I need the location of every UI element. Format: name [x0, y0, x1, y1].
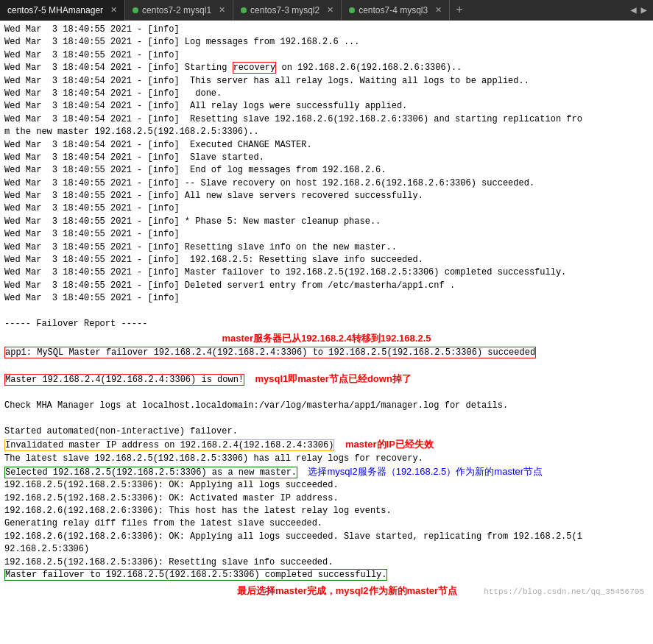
- final-line: Master failover to 192.168.2.5(192.168.2…: [5, 570, 386, 580]
- log-line-19: Wed Mar 3 18:40:55 2021 - [info] Master …: [4, 267, 566, 277]
- detail-line-1: 192.168.2.5(192.168.2.5:3306): OK: Apply…: [4, 480, 339, 490]
- tab-mhamanager[interactable]: centos7-5 MHAmanager ✕: [0, 0, 125, 21]
- tab-mysql1-label: centos7-2 mysql1: [142, 5, 211, 15]
- selected-highlight: Selected 192.168.2.5(192.168.2.5:3306) a…: [4, 467, 297, 478]
- tab-mysql1-close[interactable]: ✕: [219, 5, 225, 15]
- master-down-line: Master 192.168.2.4(192.168.2.4:3306) is …: [5, 375, 244, 385]
- annotation2: mysql1即master节点已经down掉了: [255, 373, 411, 384]
- tab-mysql1[interactable]: centos7-2 mysql1 ✕: [125, 0, 233, 21]
- detail-line-3: 192.168.2.6(192.168.2.6:3306): This host…: [4, 506, 392, 516]
- log-line-5: Wed Mar 3 18:40:54 2021 - [info] This se…: [4, 76, 529, 86]
- tab-mysql3-close[interactable]: ✕: [435, 5, 442, 15]
- log-line-17: Wed Mar 3 18:40:55 2021 - [info] Resetti…: [4, 242, 397, 252]
- log-line-18: Wed Mar 3 18:40:55 2021 - [info] 192.168…: [4, 255, 423, 265]
- app1-line-highlight: app1: MySQL Master failover 192.168.2.4(…: [4, 347, 536, 358]
- tab-mysql2-label: centos7-3 mysql2: [250, 5, 320, 15]
- log-line-3: Wed Mar 3 18:40:55 2021 - [info]: [4, 50, 180, 60]
- tab-mysql3[interactable]: centos7-4 mysql3 ✕: [342, 0, 450, 21]
- watermark: https://blog.csdn.net/qq_35456705: [484, 587, 644, 596]
- annotation3: master的IP已经失效: [345, 439, 434, 450]
- terminal-content-2: app1: MySQL Master failover 192.168.2.4(…: [4, 347, 649, 581]
- log-line-13: Wed Mar 3 18:40:55 2021 - [info] All new…: [4, 191, 423, 201]
- invalidated-line: Invalidated master IP address on 192.168…: [5, 440, 333, 450]
- tab-nav: ◀ ▶: [624, 4, 653, 16]
- annotation4: 选择mysql2服务器（192.168.2.5）作为新的master节点: [308, 466, 543, 477]
- log-line-10: Wed Mar 3 18:40:54 2021 - [info] Slave s…: [4, 152, 264, 163]
- tab-bar: centos7-5 MHAmanager ✕ centos7-2 mysql1 …: [0, 0, 653, 21]
- log-line-7: Wed Mar 3 18:40:54 2021 - [info] All rel…: [4, 101, 407, 111]
- recovery-highlight: recovery: [233, 62, 277, 74]
- log-line-16: Wed Mar 3 18:40:55 2021 - [info]: [4, 229, 180, 239]
- detail-line-6: 192.168.2.5(192.168.2.5:3306): Resetting…: [4, 557, 333, 567]
- tab-mysql2[interactable]: centos7-3 mysql2 ✕: [233, 0, 342, 21]
- log-line-1: Wed Mar 3 18:40:55 2021 - [info]: [4, 24, 180, 35]
- selected-line: Selected 192.168.2.5(192.168.2.5:3306) a…: [5, 467, 297, 478]
- log-line-6: Wed Mar 3 18:40:54 2021 - [info] done.: [4, 88, 222, 99]
- annotation5-container: 最后选择master完成，mysql2作为新的master节点 https://…: [4, 584, 644, 598]
- tab-mhamanager-close[interactable]: ✕: [110, 5, 117, 15]
- log-line-15: Wed Mar 3 18:40:55 2021 - [info] * Phase…: [4, 216, 381, 227]
- separator: ----- Failover Report -----: [4, 319, 147, 329]
- tab-mysql2-close[interactable]: ✕: [327, 5, 333, 15]
- tab-mysql1-dot: [133, 7, 138, 13]
- log-line-4: Wed Mar 3 18:40:54 2021 - [info] Startin…: [4, 62, 462, 74]
- terminal-area: Wed Mar 3 18:40:55 2021 - [info] Wed Mar…: [0, 21, 653, 644]
- tab-mysql3-label: centos7-4 mysql3: [359, 5, 428, 15]
- log-line-8: Wed Mar 3 18:40:54 2021 - [info] Resetti…: [4, 114, 582, 137]
- tab-nav-prev[interactable]: ◀: [628, 4, 638, 16]
- annotation5: 最后选择master完成，mysql2作为新的master节点: [237, 585, 457, 596]
- tab-add-button[interactable]: +: [450, 0, 469, 21]
- final-highlight: Master failover to 192.168.2.5(192.168.2…: [4, 569, 387, 581]
- log-line-2: Wed Mar 3 18:40:55 2021 - [info] Log mes…: [4, 37, 359, 47]
- log-line-21: Wed Mar 3 18:40:55 2021 - [info]: [4, 293, 180, 303]
- check-line: Check MHA Manager logs at localhost.loca…: [4, 400, 508, 411]
- annotation1-container: master服务器已从192.168.2.4转移到192.168.2.5: [4, 332, 649, 345]
- terminal-content: Wed Mar 3 18:40:55 2021 - [info] Wed Mar…: [4, 24, 649, 330]
- tab-mhamanager-label: centos7-5 MHAmanager: [7, 5, 103, 15]
- detail-line-2: 192.168.2.5(192.168.2.5:3306): OK: Activ…: [4, 493, 339, 503]
- app1-line: app1: MySQL Master failover 192.168.2.4(…: [5, 347, 535, 358]
- detail-line-4: Generating relay diff files from the lat…: [4, 518, 322, 528]
- master-down-highlight: Master 192.168.2.4(192.168.2.4:3306) is …: [4, 374, 244, 386]
- log-line-9: Wed Mar 3 18:40:54 2021 - [info] Execute…: [4, 140, 312, 150]
- log-line-14: Wed Mar 3 18:40:55 2021 - [info]: [4, 203, 180, 213]
- latest-slave-line: The latest slave 192.168.2.5(192.168.2.5…: [4, 453, 423, 464]
- annotation1: master服务器已从192.168.2.4转移到192.168.2.5: [222, 333, 431, 344]
- log-line-12: Wed Mar 3 18:40:55 2021 - [info] -- Slav…: [4, 178, 534, 188]
- log-line-11: Wed Mar 3 18:40:55 2021 - [info] End of …: [4, 165, 386, 175]
- tab-nav-next[interactable]: ▶: [639, 4, 649, 16]
- detail-line-5: 192.168.2.6(192.168.2.6:3306): OK: Apply…: [4, 531, 582, 554]
- tab-mysql3-dot: [349, 7, 355, 13]
- invalidated-highlight: Invalidated master IP address on 192.168…: [4, 439, 334, 451]
- log-line-20: Wed Mar 3 18:40:55 2021 - [info] Deleted…: [4, 280, 455, 291]
- tab-mysql2-dot: [241, 7, 247, 13]
- started-line: Started automated(non-interactive) failo…: [4, 426, 238, 436]
